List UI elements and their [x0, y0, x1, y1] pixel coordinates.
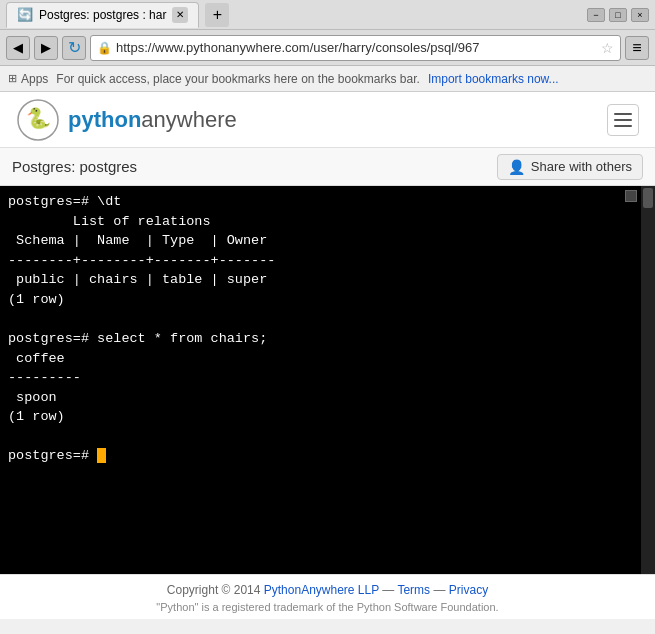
import-bookmarks-link[interactable]: Import bookmarks now... — [428, 72, 559, 86]
page-footer: Copyright © 2014 PythonAnywhere LLP — Te… — [0, 574, 655, 619]
minimize-button[interactable]: − — [587, 8, 605, 22]
browser-titlebar: 🔄 Postgres: postgres : har ✕ + − □ × — [0, 0, 655, 30]
footer-separator-2: — — [433, 583, 448, 597]
logo-anywhere-text: anywhere — [141, 107, 236, 132]
copyright-text: Copyright © 2014 — [167, 583, 261, 597]
bookmarks-bar: ⊞ Apps For quick access, place your book… — [0, 66, 655, 92]
site-logo: 🐍 pythonanywhere — [16, 98, 237, 142]
active-tab[interactable]: 🔄 Postgres: postgres : har ✕ — [6, 2, 199, 28]
console-titlebar: Postgres: postgres 👤 Share with others — [0, 148, 655, 186]
footer-copyright-line: Copyright © 2014 PythonAnywhere LLP — Te… — [0, 583, 655, 597]
tab-title: Postgres: postgres : har — [39, 8, 166, 22]
hamburger-line-3 — [614, 125, 632, 127]
logo-text: pythonanywhere — [68, 107, 237, 133]
browser-menu-button[interactable]: ≡ — [625, 36, 649, 60]
bookmark-star-icon[interactable]: ☆ — [601, 40, 614, 56]
share-with-others-button[interactable]: 👤 Share with others — [497, 154, 643, 180]
logo-python-text: python — [68, 107, 141, 132]
scrollbar-thumb[interactable] — [643, 188, 653, 208]
terms-link[interactable]: Terms — [397, 583, 430, 597]
tab-close-button[interactable]: ✕ — [172, 7, 188, 23]
hamburger-line-1 — [614, 113, 632, 115]
hamburger-menu-button[interactable] — [607, 104, 639, 136]
terminal-scrollbar[interactable] — [641, 186, 655, 574]
terminal-cursor — [97, 448, 106, 463]
apps-grid-icon: ⊞ — [8, 72, 17, 85]
company-link[interactable]: PythonAnywhere LLP — [264, 583, 379, 597]
footer-separator-1: — — [382, 583, 397, 597]
share-icon: 👤 — [508, 159, 525, 175]
ssl-lock-icon: 🔒 — [97, 41, 112, 55]
page-content: 🐍 pythonanywhere Postgres: postgres 👤 Sh… — [0, 92, 655, 619]
logo-snake-icon: 🐍 — [16, 98, 60, 142]
terminal-output: postgres=# \dt List of relations Schema … — [8, 192, 647, 466]
footer-trademark-line: "Python" is a registered trademark of th… — [0, 601, 655, 613]
share-button-label: Share with others — [531, 159, 632, 174]
url-text: https://www.pythonanywhere.com/user/harr… — [116, 40, 597, 55]
new-tab-button[interactable]: + — [205, 3, 229, 27]
terminal-resize-handle[interactable] — [625, 190, 637, 202]
forward-button[interactable]: ▶ — [34, 36, 58, 60]
tab-favicon: 🔄 — [17, 7, 33, 22]
navigation-bar: ◀ ▶ ↻ 🔒 https://www.pythonanywhere.com/u… — [0, 30, 655, 66]
window-controls: − □ × — [587, 8, 649, 22]
apps-label: Apps — [21, 72, 48, 86]
close-button[interactable]: × — [631, 8, 649, 22]
bookmarks-hint-text: For quick access, place your bookmarks h… — [56, 72, 420, 86]
apps-shortcut[interactable]: ⊞ Apps — [8, 72, 48, 86]
privacy-link[interactable]: Privacy — [449, 583, 488, 597]
terminal[interactable]: postgres=# \dt List of relations Schema … — [0, 186, 655, 574]
address-bar[interactable]: 🔒 https://www.pythonanywhere.com/user/ha… — [90, 35, 621, 61]
back-button[interactable]: ◀ — [6, 36, 30, 60]
maximize-button[interactable]: □ — [609, 8, 627, 22]
site-header: 🐍 pythonanywhere — [0, 92, 655, 148]
refresh-button[interactable]: ↻ — [62, 36, 86, 60]
svg-text:🐍: 🐍 — [26, 106, 51, 130]
hamburger-line-2 — [614, 119, 632, 121]
console-title: Postgres: postgres — [12, 158, 497, 175]
